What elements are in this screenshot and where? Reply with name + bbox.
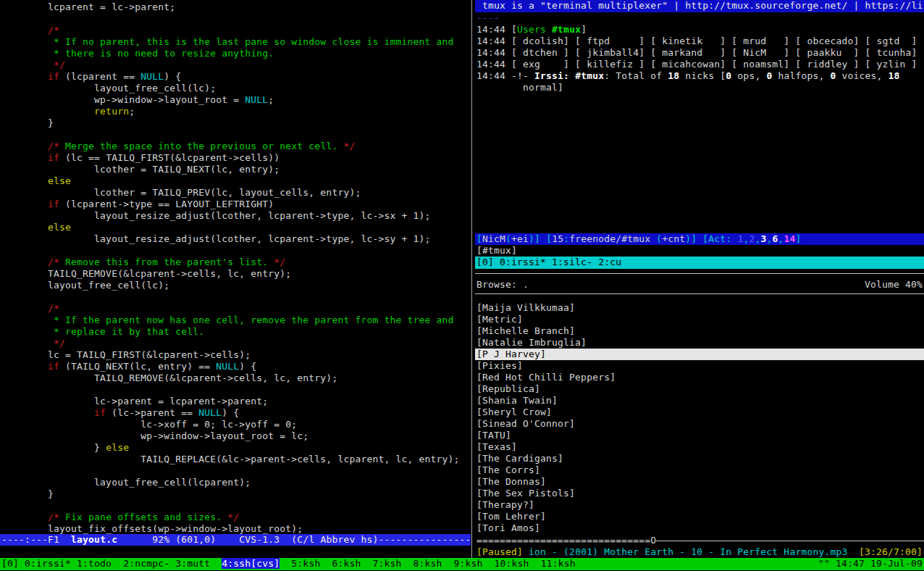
code-line [1, 129, 469, 141]
list-item[interactable]: [TATU] [475, 430, 924, 441]
irc-statusbar: [NicM(+ei)] [15:freenode/#tmux (+cnt)] [… [475, 233, 924, 245]
code-line: if (lc->parent == NULL) { [1, 407, 469, 419]
player-header-rule [475, 293, 924, 294]
tmux-window-entries[interactable]: [0] 0:irssi* 1:todo 2:ncmpc- 3:mutt [1, 558, 222, 569]
chat-line: 14:44 [ exg ] [ killefiz ] [ micahcowan]… [476, 59, 924, 70]
code-line: return; [1, 106, 469, 117]
code-line [1, 245, 469, 257]
pane-border-horizontal [475, 273, 924, 274]
artist-list[interactable]: [Maija Vilkkumaa][Metric][Michelle Branc… [475, 302, 924, 534]
progress-remainder [656, 541, 924, 541]
tmux-window-entries[interactable]: 5:ksh 6:ksh 7:ksh 8:ksh 9:ksh 10:ksh 11:… [280, 558, 575, 569]
list-item[interactable]: [Therapy?] [475, 499, 924, 511]
code-line: TAILQ_REMOVE(&lcparent->cells, lc, entry… [1, 372, 469, 384]
code-line: layout_free_cell(lc); [1, 83, 469, 94]
list-item[interactable]: [Texas] [475, 441, 924, 453]
irc-statusbar-text: [NicM(+ei)] [15:freenode/#tmux (+cnt)] [… [476, 233, 924, 245]
code-line: */ [1, 338, 469, 349]
list-item[interactable]: [The Donnas] [475, 476, 924, 488]
list-item[interactable]: [Republica] [475, 383, 924, 395]
code-line: */ [1, 59, 469, 71]
tmux-clock: "" 14:47 19-Jul-09 [818, 558, 923, 570]
irc-input-line[interactable]: [#tmux] [475, 245, 924, 257]
code-line: if (lc == TAILQ_FIRST(&lcparent->cells)) [1, 152, 469, 164]
code-line: lc->xoff = 0; lc->yoff = 0; [1, 419, 469, 430]
code-line: else [1, 222, 469, 233]
code-line: lcother = TAILQ_NEXT(lc, entry); [1, 164, 469, 175]
code-line: wp->window->layout_root = lc; [1, 430, 469, 442]
player-song [523, 546, 529, 557]
list-item[interactable]: [Tori Amos] [475, 522, 924, 534]
code-line [1, 500, 469, 512]
code-line [1, 384, 469, 396]
list-item[interactable]: [Natalie Imbruglia] [475, 337, 924, 349]
code-line: * replace it by that cell. [1, 326, 469, 338]
code-line: layout_fix_offsets(wp->window->layout_ro… [1, 523, 469, 535]
code-line: if (lcparent->type == LAYOUT_LEFTRIGHT) [1, 199, 469, 210]
code-line: lc = TAILQ_FIRST(&lcparent->cells); [1, 349, 469, 361]
list-item[interactable]: [Metric] [475, 314, 924, 325]
code-line: TAILQ_REPLACE(&lc->parent->cells, lcpare… [1, 454, 469, 465]
code-line: else [1, 175, 469, 187]
chat-line: 14:44 [ dcolish] [ ftpd ] [ kinetik ] [ … [476, 36, 924, 47]
chat-line: 14:44 [ dtchen ] [ jkimball4] [ markand … [476, 47, 924, 59]
code-line: if (lcparent == NULL) { [1, 71, 469, 83]
player-progress-bar[interactable]: ==============================O [475, 535, 924, 546]
list-item[interactable]: [The Corrs] [475, 464, 924, 476]
list-item[interactable]: [Pixies] [475, 360, 924, 372]
irc-topic-bar: tmux is a "terminal multiplexer" | http:… [475, 0, 924, 12]
code-line [1, 291, 469, 303]
emacs-modeline: ----:---F1 layout.c 92% (601,0) CVS-1.3 … [0, 534, 471, 546]
code-line: * there is no need to resize anything. [1, 48, 469, 59]
code-line: * If no parent, this is the last pane so… [1, 36, 469, 48]
code-line: /* [1, 303, 469, 314]
list-item[interactable]: [The Sex Pistols] [475, 488, 924, 499]
code-line: } [1, 488, 469, 500]
code-line: lcother = TAILQ_PREV(lc, layout_cells, e… [1, 187, 469, 199]
player-screen-title: Browse: . [476, 279, 529, 291]
tmux-current-window[interactable]: 4:ssh[cvs] [222, 558, 280, 569]
pane-border-vertical[interactable] [471, 0, 472, 558]
list-item[interactable]: [Michelle Branch] [475, 325, 924, 337]
player-time: [3:26/7:00] [859, 546, 923, 558]
code-line [1, 13, 469, 25]
player-header: Browse: . Volume 40% [475, 279, 924, 291]
list-item[interactable]: [Shania Twain] [475, 395, 924, 407]
list-item[interactable]: [Sinead O'Connor] [475, 418, 924, 430]
player-state: [Paused] [476, 546, 523, 557]
progress-track: ==============================O [476, 535, 656, 546]
code-line: layout_resize_adjust(lcother, lcparent->… [1, 210, 469, 222]
irc-chat-area[interactable]: 14:44 [Users #tmux]14:44 [ dcolish] [ ft… [475, 24, 924, 93]
code-line: layout_free_cell(lc); [1, 280, 469, 291]
chat-line: 14:44 [Users #tmux] [476, 24, 924, 36]
tmux-statusbar: [0] 0:irssi* 1:todo 2:ncmpc- 3:mutt 4:ss… [0, 558, 924, 570]
list-item[interactable]: [Red Hot Chilli Peppers] [475, 372, 924, 383]
code-line: /* [1, 25, 469, 36]
code-line: /* Merge the space into the previous or … [1, 141, 469, 152]
code-line: TAILQ_REMOVE(&lcparent->cells, lc, entry… [1, 268, 469, 280]
list-item[interactable]: [Maija Vilkkumaa] [475, 302, 924, 314]
code-line: if (TAILQ_NEXT(lc, entry) == NULL) { [1, 361, 469, 372]
editor-pane[interactable]: lcparent = lc->parent; /* * If no parent… [1, 1, 469, 535]
list-item[interactable]: [Sheryl Crow] [475, 407, 924, 418]
modeline-text: ----:---F1 layout.c 92% (601,0) CVS-1.3 … [1, 534, 471, 546]
list-item[interactable]: [Tom Lehrer] [475, 511, 924, 522]
irc-topic-continuation: ---- [475, 12, 924, 24]
code-line: lcparent = lc->parent; [1, 1, 469, 13]
tmux-window-list[interactable]: [0] 0:irssi* 1:todo 2:ncmpc- 3:mutt 4:ss… [1, 558, 576, 570]
player-status-left: [Paused] ion - (2001) Mother Earth - 10 … [476, 546, 847, 558]
player-status-line: [Paused] ion - (2001) Mother Earth - 10 … [475, 546, 924, 558]
player-song-title: ion - (2001) Mother Earth - 10 - In Perf… [529, 546, 847, 557]
chat-line: 14:44 -!- Irssi: #tmux: Total of 18 nick… [476, 70, 924, 82]
code-line: /* Remove this from the parent's list. *… [1, 257, 469, 268]
player-volume: Volume 40% [865, 279, 923, 291]
code-line: /* Fix pane offsets and sizes. */ [1, 512, 469, 523]
inner-tmux-statusbar: [0] 0:irssi* 1:silc- 2:cu [475, 257, 924, 269]
code-line: } else [1, 442, 469, 454]
tmux-screen: lcparent = lc->parent; /* * If no parent… [0, 0, 924, 571]
code-line: * If the parent now has one cell, remove… [1, 314, 469, 326]
code-line: lc->parent = lcparent->parent; [1, 396, 469, 407]
list-item[interactable]: [The Cardigans] [475, 453, 924, 464]
list-item-selected[interactable]: [P J Harvey] [475, 349, 924, 360]
code-line: } [1, 117, 469, 129]
